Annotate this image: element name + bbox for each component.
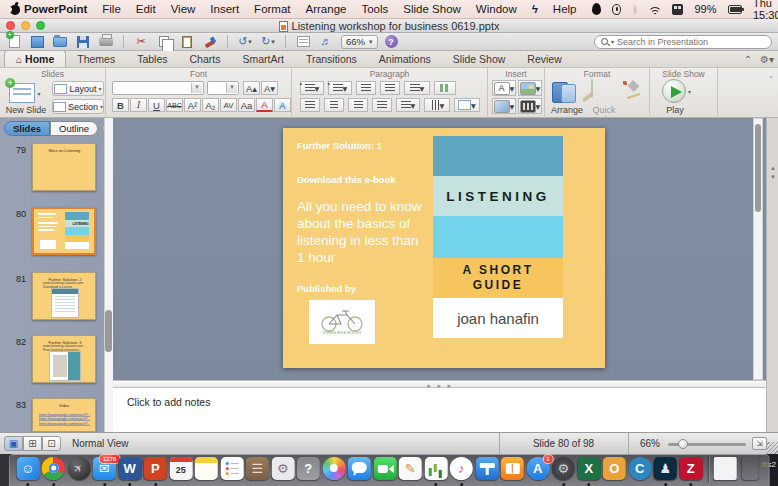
align-center-button[interactable] <box>324 98 344 112</box>
underline-button[interactable]: U <box>148 98 165 112</box>
sidebar-tab-outline[interactable]: Outline <box>50 121 98 136</box>
slide-title[interactable]: Further Solution: 1 <box>297 140 382 151</box>
dock-launchpad-icon[interactable]: ✈ <box>67 457 91 483</box>
slide-80-editor[interactable]: Further Solution: 1 Download this e-book… <box>283 128 605 368</box>
wifi-icon[interactable] <box>649 4 661 15</box>
dock-kindle-icon[interactable]: ♟ <box>653 457 677 483</box>
dock-missing-app-icon[interactable]: ? <box>296 457 320 483</box>
dock-photos-icon[interactable] <box>322 457 346 483</box>
tab-review[interactable]: Review <box>516 51 572 67</box>
cut-button[interactable]: ✂ <box>133 35 149 49</box>
dock-c-app-icon[interactable]: C <box>628 457 652 483</box>
new-presentation-button[interactable] <box>6 35 22 49</box>
text-effects-button[interactable]: A <box>274 98 291 112</box>
dock-mail-icon[interactable]: ✉1276 <box>92 457 116 483</box>
book-cover[interactable]: LISTENING A SHORTGUIDE joan hanafin <box>433 136 563 338</box>
tab-tables[interactable]: Tables <box>126 51 178 67</box>
menu-arrange[interactable]: Arrange <box>306 3 347 15</box>
dock-powerpoint-icon[interactable]: P <box>143 457 167 483</box>
font-color-button[interactable]: A <box>256 98 273 112</box>
text-direction-button[interactable]: ▾ <box>396 98 420 112</box>
dock-utility-window-icon[interactable]: ⚙ <box>271 457 295 483</box>
italic-button[interactable]: I <box>130 98 147 112</box>
justify-button[interactable] <box>372 98 392 112</box>
notes-pane[interactable]: Click to add notes <box>113 388 766 432</box>
menu-format[interactable]: Format <box>254 3 290 15</box>
dock-notes-icon[interactable] <box>194 457 218 483</box>
dock-outlook-icon[interactable]: O <box>602 457 626 483</box>
search-input[interactable] <box>617 37 765 47</box>
dock-calendar-icon[interactable]: 25 <box>169 457 193 483</box>
media-browser-button[interactable]: ♬ <box>318 35 334 49</box>
show-notes-button[interactable] <box>295 35 311 49</box>
increase-indent-button[interactable] <box>380 81 400 95</box>
menu-window[interactable]: Window <box>476 3 517 15</box>
section-button[interactable]: Section▾ <box>52 99 104 114</box>
tab-transitions[interactable]: Transitions <box>295 51 368 67</box>
tab-home[interactable]: ⌂Home <box>4 50 66 67</box>
layout-button[interactable]: Layout▾ <box>52 81 104 96</box>
dock-messages-icon[interactable] <box>347 457 371 483</box>
change-case-button[interactable]: Aa <box>238 98 255 112</box>
columns-button[interactable] <box>434 81 456 95</box>
input-source-icon[interactable] <box>672 4 684 15</box>
open-button[interactable] <box>52 35 68 49</box>
dock-finder-icon[interactable]: ☺ <box>16 457 40 483</box>
slide-83-thumbnail[interactable]: Video https://www.google.com/search?... … <box>32 398 96 432</box>
line-spacing-button[interactable]: ▾ <box>404 81 430 95</box>
format-painter-button[interactable] <box>202 35 218 49</box>
character-spacing-button[interactable]: AV <box>220 98 237 112</box>
toolbar-zoom-select[interactable]: 66% ▾ <box>341 35 378 49</box>
dock-trash-icon[interactable] <box>738 457 762 483</box>
dock-pages-icon[interactable]: ✎ <box>398 457 422 483</box>
print-button[interactable] <box>98 35 114 49</box>
normal-view-button[interactable]: ▣ <box>4 436 23 451</box>
notes-splitter[interactable]: ● ● ● <box>113 380 766 388</box>
menu-view[interactable]: View <box>171 3 196 15</box>
zoom-slider-knob[interactable] <box>678 439 688 449</box>
dock-zotero-icon[interactable]: Z <box>679 457 703 483</box>
published-by-text[interactable]: Published by <box>297 283 356 294</box>
window-title-bar[interactable]: Listening workshop for business 0619.ppt… <box>0 19 778 33</box>
dock-chrome-icon[interactable] <box>41 457 65 483</box>
menu-edit[interactable]: Edit <box>136 3 156 15</box>
ribbon-overflow-chevron-icon[interactable]: ⌄ <box>768 72 774 80</box>
subscript-button[interactable]: A₂ <box>202 98 219 112</box>
tab-animations[interactable]: Animations <box>368 51 442 67</box>
fit-slide-to-window-button[interactable]: ⇲ <box>752 437 767 450</box>
strikethrough-button[interactable]: ABC <box>166 98 183 112</box>
dock-numbers-icon[interactable] <box>424 457 448 483</box>
bluetooth-icon[interactable]: ᛒ <box>632 4 638 15</box>
collapse-ribbon-icon[interactable]: ⌃ <box>744 54 752 65</box>
slide-79-thumbnail[interactable]: More on Listening <box>32 143 96 191</box>
previous-next-slide-buttons[interactable]: ▲▼ <box>769 164 777 182</box>
insert-media-button[interactable]: ▾ <box>518 98 542 114</box>
dock-contacts-icon[interactable]: ☰ <box>245 457 269 483</box>
search-field[interactable]: ▾ <box>594 35 772 49</box>
dock-word-icon[interactable]: W <box>118 457 142 483</box>
slide-show-view-button[interactable]: ⊡ <box>42 436 61 451</box>
menu-slide-show[interactable]: Slide Show <box>403 3 461 15</box>
tab-slide-show[interactable]: Slide Show <box>442 51 517 67</box>
dock-itunes-icon[interactable]: ♪ <box>449 457 473 483</box>
insert-text-box-button[interactable]: ▾ <box>492 80 516 96</box>
dock-system-preferences-icon[interactable]: ⚙ <box>551 457 575 483</box>
slide-body-text[interactable]: All you need to know about the basics of… <box>297 198 425 266</box>
slide-82-thumbnail[interactable]: Further Solution: 3 www.listening-classe… <box>32 335 96 383</box>
font-name-select[interactable] <box>112 81 204 95</box>
script-menu-icon[interactable]: ϟ <box>532 3 538 15</box>
play-slideshow-button[interactable]: ▾ <box>662 79 691 103</box>
tab-charts[interactable]: Charts <box>179 51 232 67</box>
dock-appstore-icon[interactable]: A1 <box>526 457 550 483</box>
zoom-slider[interactable] <box>668 443 746 446</box>
text-in-shape-button[interactable]: ▾ <box>454 98 480 112</box>
insert-shape-button[interactable]: ▾ <box>492 98 516 114</box>
keychain-icon[interactable] <box>612 4 622 15</box>
quick-styles-button[interactable] <box>591 80 593 98</box>
ribbon-settings-gear-icon[interactable]: ⚙▾ <box>760 54 774 65</box>
grow-font-button[interactable]: A▴ <box>243 81 260 95</box>
new-slide-button[interactable]: ▾ <box>5 81 45 105</box>
status-app-icon[interactable] <box>592 3 601 15</box>
notes-placeholder[interactable]: Click to add notes <box>127 396 210 408</box>
align-text-vertical-button[interactable]: ▾ <box>424 98 450 112</box>
